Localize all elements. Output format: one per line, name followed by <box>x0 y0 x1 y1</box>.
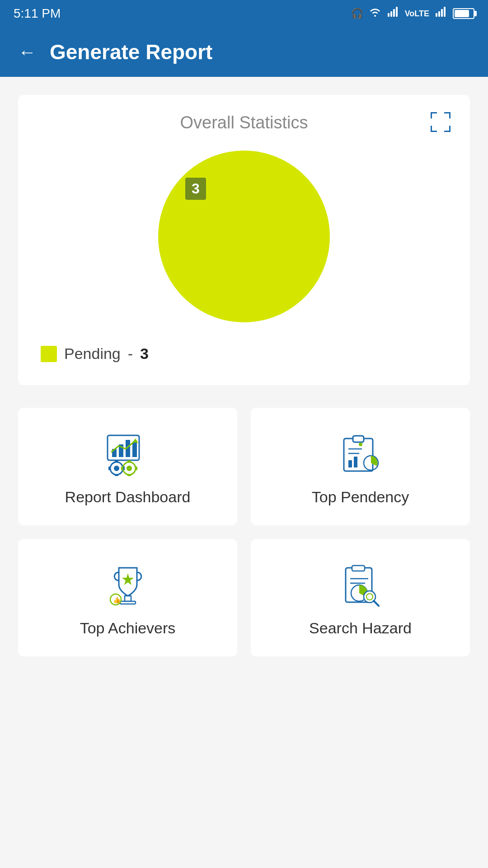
svg-rect-33 <box>135 467 137 470</box>
svg-rect-4 <box>436 13 437 17</box>
lte-icon: VoLTE <box>405 9 429 19</box>
svg-rect-34 <box>344 439 373 471</box>
signal2-icon <box>435 6 447 21</box>
menu-item-report-dashboard[interactable]: Report Dashboard <box>18 408 237 525</box>
pie-chart: 3 <box>158 151 330 322</box>
menu-label-report-dashboard: Report Dashboard <box>65 488 191 506</box>
chart-legend: Pending - 3 <box>36 340 452 363</box>
menu-label-top-achievers: Top Achievers <box>80 619 176 637</box>
back-button[interactable]: ← <box>18 42 36 62</box>
chart-container: 3 <box>36 151 452 322</box>
svg-marker-44 <box>122 573 134 585</box>
status-time: 5:11 PM <box>14 6 61 21</box>
menu-label-top-pendency: Top Pendency <box>312 488 409 506</box>
pie-chart-label: 3 <box>185 178 206 200</box>
report-dashboard-icon <box>101 432 155 477</box>
headset-icon: 🎧 <box>351 8 363 19</box>
grid-menu: Report Dashboard <box>18 408 470 656</box>
top-achievers-icon: 👍 <box>101 563 155 609</box>
svg-rect-39 <box>354 457 357 467</box>
svg-rect-48 <box>352 566 365 571</box>
svg-rect-11 <box>449 112 450 118</box>
legend-label: Pending <box>64 345 121 363</box>
svg-rect-31 <box>127 474 131 476</box>
svg-rect-7 <box>444 7 446 17</box>
menu-label-search-hazard: Search Hazard <box>309 619 412 637</box>
battery-icon <box>453 8 474 19</box>
svg-text:👍: 👍 <box>113 596 121 604</box>
legend-separator: - <box>128 345 133 363</box>
svg-rect-20 <box>132 442 137 457</box>
legend-color-dot <box>41 346 57 362</box>
menu-item-search-hazard[interactable]: Search Hazard <box>251 539 470 656</box>
svg-line-53 <box>374 601 379 606</box>
svg-point-23 <box>114 466 119 471</box>
svg-rect-1 <box>390 11 392 17</box>
legend-count: 3 <box>140 345 149 363</box>
svg-rect-2 <box>393 9 395 17</box>
search-hazard-icon <box>333 563 388 609</box>
expand-button[interactable] <box>429 111 452 133</box>
svg-rect-3 <box>396 7 398 17</box>
svg-rect-6 <box>441 9 443 17</box>
svg-rect-27 <box>115 474 118 476</box>
svg-rect-13 <box>431 126 432 132</box>
svg-rect-42 <box>125 596 131 601</box>
svg-rect-0 <box>388 13 389 17</box>
stats-title: Overall Statistics <box>36 113 452 132</box>
main-content: Overall Statistics 3 Pending <box>0 77 488 868</box>
status-icons: 🎧 VoLTE <box>351 6 474 21</box>
svg-rect-5 <box>438 11 440 17</box>
svg-rect-28 <box>108 467 111 470</box>
svg-rect-43 <box>120 601 136 604</box>
header: ← Generate Report <box>0 27 488 77</box>
svg-point-41 <box>359 443 362 446</box>
svg-point-25 <box>127 466 132 471</box>
menu-item-top-pendency[interactable]: Top Pendency <box>251 408 470 525</box>
svg-rect-26 <box>115 460 118 462</box>
menu-item-top-achievers[interactable]: 👍 Top Achievers <box>18 539 237 656</box>
top-pendency-icon <box>333 432 388 477</box>
signal-icon <box>387 6 399 21</box>
svg-rect-30 <box>127 460 131 462</box>
svg-rect-9 <box>431 112 432 118</box>
svg-rect-38 <box>348 460 352 467</box>
svg-rect-15 <box>449 126 450 132</box>
svg-rect-35 <box>353 436 364 442</box>
stats-section: Overall Statistics 3 Pending <box>18 95 470 385</box>
wifi-icon <box>369 6 381 21</box>
status-bar: 5:11 PM 🎧 VoLTE <box>0 0 488 27</box>
svg-rect-32 <box>121 467 123 470</box>
page-title: Generate Report <box>50 40 212 64</box>
